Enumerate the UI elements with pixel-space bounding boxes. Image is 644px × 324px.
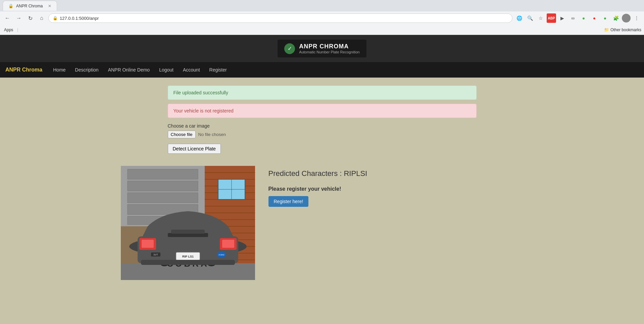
svg-text:FORD: FORD [218,254,225,256]
browser-right-icons: 🌐 🔍 ☆ ABP ▶ ∞ ● ● ● 🧩 ⋮ [514,13,641,23]
file-input-label: Choose a car image [168,123,477,129]
adblock-button[interactable]: ABP [547,13,556,23]
search-button[interactable]: 🔍 [525,13,535,23]
more-button[interactable]: ⋮ [632,13,641,23]
lock-icon: 🔒 [53,16,58,20]
extension1-button[interactable]: ∞ [568,13,578,23]
page-content: ✓ ANPR CHROMA Automatic Number Plate Rec… [0,35,644,324]
svg-rect-19 [128,169,198,179]
file-input-row: Choose file No file chosen [168,131,477,138]
app-subtitle: Automatic Number Plate Recognition [299,50,359,54]
nav-link-logout[interactable]: Logout [155,62,178,78]
svg-rect-45 [141,260,235,265]
forward-button[interactable]: → [14,13,23,23]
extension4-button[interactable]: ● [600,13,610,23]
address-bar[interactable]: 🔒 127.0.0.1:5000/anpr [48,13,512,23]
nav-link-anpr-demo[interactable]: ANPR Online Demo [104,62,154,78]
car-image-container: RIP LS1 SVT FORD COBRA [121,166,255,281]
form-section: Choose a car image Choose file No file c… [168,123,477,160]
extension2-button[interactable]: ● [579,13,588,23]
nav-link-description[interactable]: Description [71,62,103,78]
result-area: RIP LS1 SVT FORD COBRA [121,166,524,281]
media-button[interactable]: ▶ [557,13,567,23]
tab-title: ANPR Chroma [16,4,43,8]
translate-button[interactable]: 🌐 [514,13,524,23]
main-content: File uploaded successfully Your vehicle … [0,78,644,289]
bookmarks-apps[interactable]: ⁢ Apps [3,28,13,32]
apps-label: Apps [4,28,13,32]
nav-brand: ANPR Chroma [5,67,42,73]
register-prompt: Please register your vehicle! [268,186,367,192]
danger-alert: Your vehicle is not registered [168,104,477,118]
choose-file-button[interactable]: Choose file [168,131,196,138]
nav-bar: ANPR Chroma Home Description ANPR Online… [0,62,644,78]
no-file-text: No file chosen [198,132,226,137]
back-button[interactable]: ← [3,13,12,23]
success-message: File uploaded successfully [174,90,228,95]
browser-tabs: 🔒 ANPR Chroma ✕ [0,0,644,11]
app-header-inner: ✓ ANPR CHROMA Automatic Number Plate Rec… [278,40,366,57]
detect-licence-plate-button[interactable]: Detect Licence Plate [168,144,221,154]
puzzle-button[interactable]: 🧩 [611,13,621,23]
browser-toolbar: ← → ↻ ⌂ 🔒 127.0.0.1:5000/anpr 🌐 🔍 ☆ ABP … [0,11,644,25]
nav-link-account[interactable]: Account [179,62,204,78]
svg-text:RIP LS1: RIP LS1 [182,255,194,258]
app-header-text: ANPR CHROMA Automatic Number Plate Recog… [299,43,359,54]
tab-favicon: 🔒 [8,4,13,8]
other-bookmarks[interactable]: 📁 Other bookmarks [604,28,641,32]
bookmarks-separator: | [17,28,18,32]
home-button[interactable]: ⌂ [37,13,46,23]
bookmark-button[interactable]: ☆ [536,13,545,23]
other-bookmarks-label: Other bookmarks [610,28,641,32]
danger-message: Your vehicle is not registered [174,108,234,113]
app-title: ANPR CHROMA [299,43,359,50]
svg-rect-20 [128,181,198,191]
register-here-button[interactable]: Register here! [268,196,309,207]
folder-icon: 📁 [604,28,609,32]
browser-chrome: 🔒 ANPR Chroma ✕ ← → ↻ ⌂ 🔒 127.0.0.1:5000… [0,0,644,35]
reload-button[interactable]: ↻ [26,13,35,23]
svg-rect-31 [171,230,205,234]
app-header-banner: ✓ ANPR CHROMA Automatic Number Plate Rec… [0,35,644,62]
address-text: 127.0.0.1:5000/anpr [60,16,99,21]
browser-tab[interactable]: 🔒 ANPR Chroma ✕ [3,1,57,11]
car-image: RIP LS1 SVT FORD COBRA [121,166,255,280]
nav-link-home[interactable]: Home [49,62,69,78]
svg-rect-35 [222,240,234,248]
result-info: Predicted Characters : RIPLSI Please reg… [268,166,367,207]
profile-avatar[interactable] [622,14,631,22]
nav-link-register[interactable]: Register [205,62,231,78]
check-icon: ✓ [288,45,292,52]
svg-text:SVT: SVT [153,253,158,256]
extension3-button[interactable]: ● [590,13,599,23]
svg-rect-34 [142,240,154,248]
predicted-characters: Predicted Characters : RIPLSI [268,169,367,178]
bookmarks-bar: ⁢ Apps | 📁 Other bookmarks [0,25,644,35]
app-logo: ✓ [284,43,295,54]
success-alert: File uploaded successfully [168,86,477,100]
tab-close-icon[interactable]: ✕ [48,4,51,8]
svg-rect-21 [128,193,198,203]
